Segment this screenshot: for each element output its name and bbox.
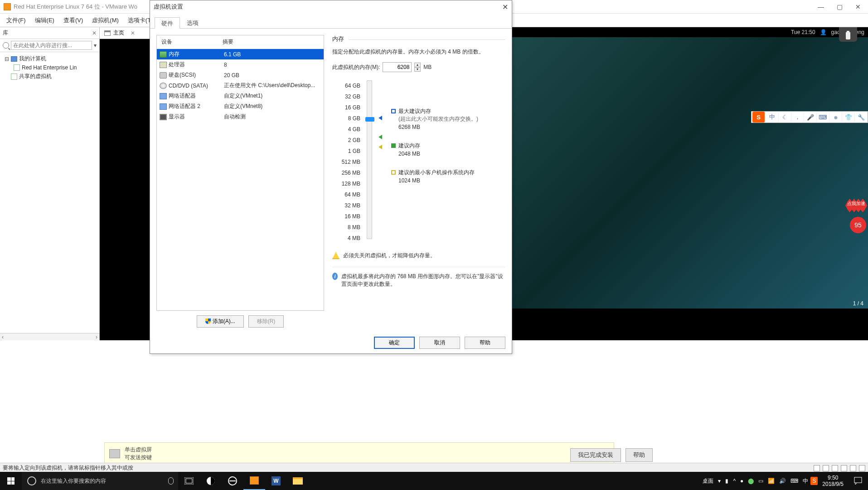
tray-icon[interactable]: ⬤ [746,478,756,484]
ime-moon-icon[interactable]: ☾ [779,112,791,122]
memory-warning: 必须先关闭虚拟机，才能降低内存量。 [332,252,505,260]
notification-button[interactable] [848,472,868,490]
memory-tick-labels: 64 GB32 GB16 GB8 GB4 GB2 GB1 GB512 MB256… [332,80,360,244]
library-sidebar: 库 ✕ ▾ ⊟ 我的计算机 Red Hat Enterprise Lin 共享的… [0,27,100,340]
tray-sogou-icon[interactable]: S [810,477,818,485]
shield-icon [205,318,211,324]
tray-wifi-icon[interactable]: 📶 [766,478,777,484]
promo-label: 点我加速 [845,199,867,212]
add-hardware-button[interactable]: 添加(A)... [197,315,244,328]
ime-toolbar[interactable]: S 中 ☾ ， 🎤 ⌨ ⎈ 👕 🔧 [751,111,868,123]
tab-hardware[interactable]: 硬件 [155,17,180,29]
start-button[interactable] [0,472,22,490]
tray-volume-icon[interactable]: 🔊 [777,478,788,484]
hardware-row[interactable]: 内存6.1 GB [157,49,324,59]
cancel-button[interactable]: 取消 [419,337,460,349]
tree-shared[interactable]: 共享的虚拟机 [2,72,97,81]
usb-indicator[interactable] [839,27,857,42]
tray-keyboard-icon[interactable]: ⌨ [788,478,800,484]
hardware-row[interactable]: CD/DVD (SATA)正在使用文件 C:\Users\dell\Deskto… [157,80,324,91]
memory-info: i 虚拟机最多将此内存的 768 MB 用作图形内存。您可以在"显示器"设置页面… [332,267,505,288]
memory-spinner[interactable]: ▴▾ [414,63,421,72]
memory-slider[interactable] [367,80,372,239]
ime-lang[interactable]: 中 [766,112,779,122]
status-icon[interactable] [814,465,820,471]
taskbar-explorer[interactable] [287,472,309,490]
memory-input[interactable] [383,62,412,72]
status-icon[interactable] [850,465,856,471]
taskbar-word[interactable]: W [265,472,287,490]
taskbar-search[interactable]: 在这里输入你要搜索的内容 [22,472,178,490]
menu-view[interactable]: 查看(V) [60,15,87,26]
tab-close-icon[interactable]: ✕ [131,30,135,36]
menu-file[interactable]: 文件(F) [3,15,29,26]
windows-taskbar: 在这里输入你要搜索的内容 W 桌面 ▾ ▮ ^ ● ⬤ ▭ 📶 🔊 ⌨ 中 S … [0,472,868,490]
device-icon [160,93,167,99]
sidebar-scrollbar[interactable]: ‹› [0,333,99,340]
tray-clock[interactable]: 9:502018/9/5 [818,475,848,487]
menu-edit[interactable]: 编辑(E) [31,15,58,26]
tab-options[interactable]: 选项 [180,17,205,28]
computer-icon [11,56,17,62]
home-tab[interactable]: 主页 [113,29,124,37]
ime-tool-icon[interactable]: 🔧 [855,112,868,122]
menu-vm[interactable]: 虚拟机(M) [88,15,122,26]
hardware-row[interactable]: 处理器8 [157,59,324,70]
tray-icon[interactable]: ● [738,478,746,484]
guest-desktop[interactable]: Tue 21:50 👤 gaonengneng 1 / 4 [512,27,868,309]
hardware-row[interactable]: 网络适配器 2自定义(VMnet8) [157,101,324,112]
mic-icon[interactable] [168,477,174,485]
hardware-row[interactable]: 硬盘(SCSI)20 GB [157,70,324,80]
taskbar-vmware[interactable] [243,472,265,490]
col-device: 设备 [161,38,223,46]
legend-rec: 建议内存 2048 MB [391,142,491,157]
taskbar-edge[interactable] [222,472,243,490]
device-icon [160,51,167,58]
hardware-row[interactable]: 网络适配器自定义(VMnet1) [157,91,324,101]
taskbar-app[interactable] [200,472,222,490]
search-dropdown-icon[interactable]: ▾ [94,42,97,49]
ime-shirt-icon[interactable]: 👕 [842,112,855,122]
tray-ime[interactable]: 中 [800,477,810,485]
dialog-close-button[interactable]: ✕ [502,3,508,11]
install-help-button[interactable]: 帮助 [626,448,653,462]
home-icon [104,30,111,36]
ime-logo-icon[interactable]: S [752,112,765,122]
library-close-icon[interactable]: ✕ [92,30,97,36]
collapse-icon[interactable]: ⊟ [5,56,9,62]
tray-up-icon[interactable]: ^ [731,478,738,484]
status-icon[interactable] [832,465,838,471]
cortana-icon [27,476,36,485]
tree-vm-item[interactable]: Red Hat Enterprise Lin [2,64,97,72]
promo-widget[interactable]: 点我加速 95 [845,199,868,235]
memory-group-title: 内存 [332,35,505,44]
library-search-input[interactable] [11,41,92,50]
square-icon [391,143,396,148]
status-icon[interactable] [823,465,829,471]
done-install-button[interactable]: 我已完成安装 [570,448,621,462]
ime-mic-icon[interactable]: 🎤 [804,112,817,122]
tray-icon[interactable]: ▮ [723,478,731,484]
ime-keyboard-icon[interactable]: ⌨ [817,112,829,122]
ok-button[interactable]: 确定 [374,337,415,349]
minimize-button[interactable]: — [818,3,824,10]
memory-slider-thumb[interactable] [365,117,374,122]
guest-user-icon: 👤 [820,29,827,35]
close-button[interactable]: ✕ [855,3,861,10]
task-view-button[interactable] [178,472,200,490]
status-icon[interactable] [859,465,865,471]
tray-chevron-icon[interactable]: ▾ [716,478,723,484]
guest-pager: 1 / 4 [853,300,863,307]
help-button[interactable]: 帮助 [465,337,505,349]
tray-desktop[interactable]: 桌面 [700,477,716,485]
remove-hardware-button: 移除(R) [248,315,284,328]
ime-skin-icon[interactable]: ⎈ [829,112,842,122]
hardware-row[interactable]: 显示器自动检测 [157,112,324,122]
ime-punct-icon[interactable]: ， [791,112,804,122]
maximize-button[interactable]: ▢ [837,3,843,10]
tree-root[interactable]: ⊟ 我的计算机 [2,54,97,64]
tray-battery-icon[interactable]: ▭ [756,478,766,484]
warning-icon [332,252,339,259]
status-icon[interactable] [841,465,847,471]
svg-rect-1 [186,479,192,483]
